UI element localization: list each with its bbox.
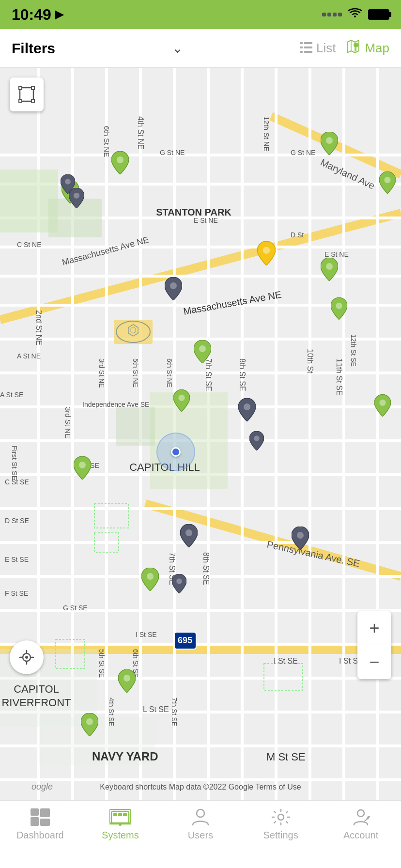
svg-rect-143 xyxy=(118,813,122,816)
svg-point-121 xyxy=(147,573,154,580)
map-view-button[interactable]: Map xyxy=(345,39,389,57)
svg-text:D St: D St xyxy=(291,231,304,239)
svg-rect-138 xyxy=(40,819,50,826)
svg-point-127 xyxy=(244,403,250,410)
svg-text:A St NE: A St NE xyxy=(17,352,41,360)
filters-label[interactable]: Filters xyxy=(12,40,55,57)
tab-users[interactable]: Users xyxy=(160,808,241,841)
svg-point-148 xyxy=(357,810,364,817)
svg-text:E St NE: E St NE xyxy=(194,217,218,224)
list-icon xyxy=(300,41,312,56)
svg-rect-144 xyxy=(123,813,127,816)
svg-point-119 xyxy=(379,400,386,406)
map-pin-green[interactable] xyxy=(141,568,159,591)
tab-dashboard[interactable]: Dashboard xyxy=(0,808,80,841)
map-pin-gray[interactable] xyxy=(172,574,186,593)
map-pin-yellow[interactable] xyxy=(257,241,276,265)
signal-icon xyxy=(322,13,342,16)
svg-text:6th St NE: 6th St NE xyxy=(166,358,173,388)
svg-rect-0 xyxy=(300,42,303,44)
map-pin-green[interactable] xyxy=(194,340,211,363)
svg-point-128 xyxy=(254,435,260,441)
filters-chevron-icon[interactable]: ⌄ xyxy=(172,40,183,56)
map-pin-green[interactable] xyxy=(321,132,338,155)
map-pin-gray[interactable] xyxy=(292,527,309,550)
settings-icon xyxy=(271,808,291,826)
svg-rect-4 xyxy=(304,46,312,48)
svg-point-146 xyxy=(197,809,204,817)
svg-text:I St SE: I St SE xyxy=(136,631,157,638)
svg-text:L St SE: L St SE xyxy=(143,705,169,713)
map-pin-green[interactable] xyxy=(111,151,129,174)
svg-text:12th St NE: 12th St NE xyxy=(262,116,271,152)
svg-point-125 xyxy=(74,193,79,199)
svg-point-132 xyxy=(263,247,270,254)
svg-text:G St NE: G St NE xyxy=(291,149,315,156)
systems-icon xyxy=(109,808,131,826)
svg-text:4th St NE: 4th St NE xyxy=(137,116,145,149)
svg-text:M St SE: M St SE xyxy=(266,751,306,763)
svg-text:G St NE: G St NE xyxy=(160,149,185,156)
wifi-icon xyxy=(348,8,362,21)
map-pin-green[interactable] xyxy=(321,258,338,281)
map-pin-gray[interactable] xyxy=(165,277,182,300)
svg-rect-135 xyxy=(31,817,39,826)
svg-point-124 xyxy=(65,179,71,185)
map-pin-green[interactable] xyxy=(81,713,98,736)
tab-account[interactable]: Account xyxy=(321,808,401,841)
select-area-button[interactable] xyxy=(10,78,44,111)
svg-rect-3 xyxy=(304,42,312,44)
svg-text:First St SE: First St SE xyxy=(11,446,19,480)
map-container[interactable]: STANTON PARK Massachusetts Ave NE Massac… xyxy=(0,68,401,800)
svg-text:3rd St NE: 3rd St NE xyxy=(98,358,106,388)
tab-settings[interactable]: Settings xyxy=(241,808,321,841)
dashboard-icon xyxy=(31,808,50,826)
svg-text:11th St SE: 11th St SE xyxy=(335,358,343,396)
svg-point-126 xyxy=(170,282,177,289)
map-pin-gray[interactable] xyxy=(249,431,264,450)
svg-point-114 xyxy=(384,177,390,183)
tab-systems[interactable]: Systems xyxy=(80,808,161,841)
svg-point-118 xyxy=(178,395,185,401)
svg-rect-5 xyxy=(304,51,312,53)
svg-text:I St SE: I St SE xyxy=(274,657,298,665)
svg-point-129 xyxy=(185,529,192,536)
svg-point-134 xyxy=(25,656,28,659)
my-location-button[interactable] xyxy=(10,640,44,674)
time-display: 10:49 xyxy=(12,6,51,24)
svg-rect-40 xyxy=(114,320,153,344)
svg-rect-107 xyxy=(19,87,22,90)
map-pin-green[interactable] xyxy=(118,669,136,693)
map-pin-green[interactable] xyxy=(379,171,396,194)
map-pin-green[interactable] xyxy=(173,389,190,412)
svg-rect-142 xyxy=(113,813,117,816)
systems-tab-label: Systems xyxy=(102,830,139,841)
dashboard-tab-label: Dashboard xyxy=(16,830,64,841)
account-tab-label: Account xyxy=(343,830,378,841)
zoom-in-button[interactable]: + xyxy=(357,611,391,645)
svg-text:A St SE: A St SE xyxy=(0,391,23,399)
svg-text:E St SE: E St SE xyxy=(5,556,29,563)
svg-text:Independence Ave SE: Independence Ave SE xyxy=(82,401,149,408)
zoom-out-button[interactable]: − xyxy=(357,645,391,679)
svg-text:8th St SE: 8th St SE xyxy=(202,552,210,585)
map-label: Map xyxy=(365,41,389,56)
map-pin-green[interactable] xyxy=(374,394,391,417)
svg-text:D St SE: D St SE xyxy=(5,517,29,525)
map-pin-green[interactable] xyxy=(74,456,91,480)
users-icon xyxy=(190,808,211,826)
settings-tab-label: Settings xyxy=(263,830,298,841)
map-pin-gray[interactable] xyxy=(69,188,84,208)
map-pin-green[interactable] xyxy=(331,297,347,320)
svg-rect-108 xyxy=(31,87,34,90)
map-pin-gray[interactable] xyxy=(238,398,256,421)
svg-rect-110 xyxy=(31,99,34,102)
svg-text:695: 695 xyxy=(178,636,192,645)
svg-text:2nd St NE: 2nd St NE xyxy=(35,310,43,345)
list-view-button[interactable]: List xyxy=(300,41,336,56)
svg-point-122 xyxy=(123,675,130,682)
map-icon xyxy=(345,39,361,57)
svg-text:C St SE: C St SE xyxy=(5,478,29,486)
map-pin-gray[interactable] xyxy=(180,524,198,547)
users-tab-label: Users xyxy=(188,830,213,841)
